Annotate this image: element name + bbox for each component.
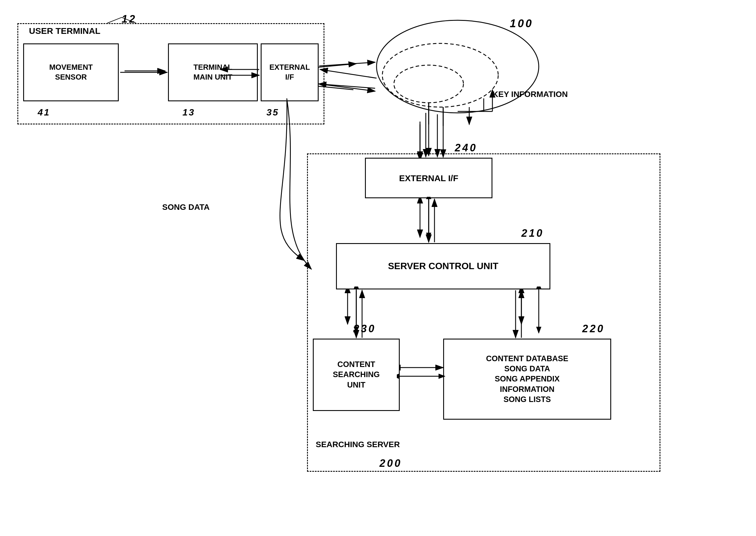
svg-point-17: [394, 65, 463, 103]
searching-server-border: [307, 153, 661, 472]
content-database-box: CONTENT DATABASESONG DATASONG APPENDIXIN…: [443, 339, 611, 419]
ref-100: 100: [510, 17, 533, 30]
terminal-main-unit-box: TERMINALMAIN UNIT: [168, 44, 258, 101]
key-information-label: KEY INFORMATION: [492, 90, 568, 99]
ref-220: 220: [582, 323, 605, 335]
user-terminal-label: USER TERMINAL: [29, 26, 100, 36]
ref-41: 41: [38, 107, 51, 118]
ref-13: 13: [183, 107, 195, 118]
ref-230: 230: [353, 323, 376, 335]
content-searching-unit-box: CONTENTSEARCHINGUNIT: [313, 339, 400, 411]
svg-line-38: [319, 62, 375, 66]
searching-server-label: SEARCHING SERVER: [316, 440, 400, 449]
ref-35: 35: [267, 107, 279, 118]
svg-line-20: [320, 69, 377, 78]
svg-point-15: [377, 20, 539, 113]
external-if-server-box: EXTERNAL I/F: [365, 158, 492, 198]
svg-point-16: [382, 44, 498, 107]
ref-200: 200: [379, 457, 402, 469]
svg-line-21: [319, 84, 375, 91]
ref-240: 240: [455, 142, 477, 154]
svg-line-39: [319, 84, 375, 88]
song-data-label: SONG DATA: [162, 203, 210, 212]
diagram-container: USER TERMINAL 12 MOVEMENTSENSOR 41 TERMI…: [0, 0, 756, 536]
external-if-terminal-box: EXTERNALI/F: [261, 44, 319, 101]
movement-sensor-box: MOVEMENTSENSOR: [23, 44, 119, 101]
ref-210: 210: [522, 227, 544, 239]
ref-12: 12: [122, 13, 137, 25]
server-control-unit-box: SERVER CONTROL UNIT: [336, 243, 550, 289]
